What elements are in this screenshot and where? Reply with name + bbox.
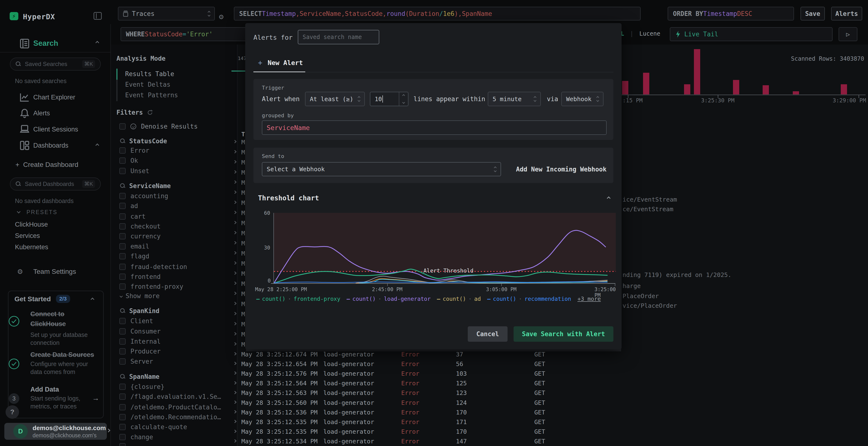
analysis-mode-event-patterns[interactable]: Event Patterns — [125, 92, 178, 99]
filter-checkbox[interactable] — [119, 328, 126, 335]
source-select[interactable]: Traces — [118, 7, 215, 21]
table-row[interactable]: May 28 3:25:12.535 PM load-generator Err… — [238, 427, 868, 437]
filter-checkbox[interactable] — [119, 274, 126, 280]
saved-dashboards-input[interactable]: Saved Dashboards ⌘K — [10, 177, 101, 191]
filter-checkbox[interactable] — [119, 434, 126, 440]
add-webhook-button[interactable]: Add New Incoming Webhook — [516, 166, 607, 173]
number-stepper[interactable] — [399, 92, 408, 106]
filter-group-servicename[interactable]: ServiceName — [120, 182, 171, 190]
filter-checkbox[interactable] — [119, 393, 126, 400]
denoise-checkbox[interactable] — [119, 123, 126, 130]
filter-option[interactable]: flagd — [119, 252, 149, 260]
chart-collapse-icon[interactable] — [607, 197, 611, 200]
select-query-input[interactable]: SELECT Timestamp,ServiceName,StatusCode,… — [234, 7, 641, 21]
filter-checkbox[interactable] — [119, 443, 126, 446]
filter-option[interactable]: Internal — [119, 338, 161, 345]
get-started-item-title[interactable]: Create Data Sources — [30, 351, 103, 358]
table-row[interactable]: May 28 3:25:12.534 PM load-generator Err… — [238, 437, 868, 446]
filter-checkbox[interactable] — [119, 223, 126, 230]
filter-checkbox[interactable] — [119, 203, 126, 209]
filter-checkbox[interactable] — [119, 253, 126, 260]
cancel-button[interactable]: Cancel — [468, 326, 507, 342]
live-tail-button[interactable]: Live Tail — [670, 27, 833, 41]
window-select[interactable]: 5 minute — [488, 92, 541, 106]
sidebar-item-search[interactable]: Search — [33, 39, 58, 48]
legend-item[interactable]: — count() · frontend-proxy — [256, 296, 340, 302]
table-row[interactable]: May 28 3:25:12.654 PM load-generator Err… — [238, 359, 868, 369]
threshold-value-input[interactable]: 10 — [370, 92, 408, 106]
filter-checkbox[interactable] — [119, 168, 126, 174]
denoise-results-option[interactable]: Denoise Results — [119, 123, 198, 130]
tab-new-alert[interactable]: + New Alert — [258, 59, 303, 67]
sidebar-item-client-sessions[interactable]: Client Sessions — [33, 126, 78, 133]
table-row[interactable]: May 28 3:25:12.536 PM load-generator Err… — [238, 408, 868, 417]
filter-checkbox[interactable] — [119, 283, 126, 290]
get-started-item-title[interactable]: Connect to ClickHouse — [30, 309, 93, 329]
filter-option[interactable]: fraud-detection — [119, 263, 187, 270]
table-row[interactable]: May 28 3:25:12.576 PM load-generator Err… — [238, 369, 868, 378]
help-button[interactable]: ? — [5, 405, 19, 419]
webhook-select[interactable]: Select a Webhook — [262, 162, 501, 176]
filter-option[interactable]: {closure} — [119, 383, 164, 390]
filter-checkbox[interactable] — [119, 358, 126, 365]
sidebar-item-chart-explorer[interactable]: Chart Explorer — [33, 94, 75, 101]
sidebar-item-alerts[interactable]: Alerts — [33, 110, 50, 117]
filter-checkbox[interactable] — [119, 233, 126, 239]
table-row[interactable]: May 28 3:25:12.563 PM load-generator Err… — [238, 388, 868, 398]
table-row[interactable]: May 28 3:25:12.564 PM load-generator Err… — [238, 379, 868, 388]
legend-more-button[interactable]: +3 more — [578, 296, 601, 302]
filter-group-statuscode[interactable]: StatusCode — [120, 138, 167, 145]
filter-option[interactable]: Client — [119, 317, 153, 324]
filter-option[interactable]: email — [119, 243, 149, 250]
presets-label[interactable]: PRESETS — [27, 209, 57, 215]
sidebar-preset-clickhouse[interactable]: ClickHouse — [15, 221, 48, 228]
filter-group-spankind[interactable]: SpanKind — [120, 307, 159, 314]
gear-icon[interactable]: ⚙ — [219, 12, 223, 21]
filter-option[interactable]: frontend — [119, 273, 161, 280]
filter-option[interactable]: Consumer — [119, 328, 161, 335]
filter-checkbox[interactable] — [119, 338, 126, 345]
lucene-toggle[interactable]: Lucene — [640, 30, 660, 37]
filter-option[interactable]: currency — [119, 233, 161, 240]
filter-option[interactable]: cart — [119, 213, 146, 220]
filter-option[interactable]: checkout — [119, 223, 161, 230]
filter-checkbox[interactable] — [119, 414, 126, 420]
arrow-right-icon[interactable]: → — [92, 394, 99, 402]
saved-search-name-input[interactable]: Saved search name — [298, 30, 379, 44]
filter-option[interactable]: Server — [119, 358, 153, 365]
saved-searches-input[interactable]: Saved Searches ⌘K — [10, 58, 101, 71]
legend-item[interactable]: — count() · ad — [437, 296, 481, 302]
grouped-by-input[interactable]: ServiceName — [262, 121, 607, 135]
save-search-with-alert-button[interactable]: Save Search with Alert — [514, 326, 613, 342]
analysis-mode-results-table[interactable]: Results Table — [125, 70, 174, 77]
filter-option[interactable]: Error — [119, 147, 149, 154]
filter-checkbox[interactable] — [119, 243, 126, 249]
filter-checkbox[interactable] — [119, 318, 126, 324]
filter-option[interactable]: Ok — [119, 157, 138, 164]
sidebar-item-team-settings[interactable]: Team Settings — [33, 268, 76, 275]
table-row[interactable]: May 28 3:25:12.560 PM load-generator Err… — [238, 398, 868, 408]
channel-select[interactable]: Webhook — [561, 92, 603, 106]
filter-option[interactable]: calculate-quote — [119, 423, 187, 431]
filter-option[interactable]: ad — [119, 202, 138, 209]
alerts-button[interactable]: Alerts — [831, 7, 862, 21]
create-dashboard-button[interactable]: + Create Dashboard — [16, 161, 79, 169]
filter-option[interactable]: /flagd.evaluation.v1.Se… — [119, 393, 221, 400]
sidebar-collapse-icon[interactable] — [94, 12, 102, 20]
filter-option[interactable]: Producer — [119, 348, 161, 355]
filter-option[interactable]: /oteldemo.Recommendatio… — [119, 413, 221, 421]
save-button[interactable]: Save — [801, 7, 825, 21]
filter-option[interactable]: frontend-proxy — [119, 283, 183, 290]
sidebar-item-dashboards[interactable]: Dashboards — [33, 142, 68, 149]
refresh-icon[interactable] — [147, 109, 153, 115]
sidebar-preset-services[interactable]: Services — [15, 232, 40, 240]
filter-option[interactable]: accounting — [119, 193, 168, 200]
filter-checkbox[interactable] — [119, 264, 126, 270]
table-row[interactable]: May 28 3:25:12.535 PM load-generator Err… — [238, 417, 868, 427]
threshold-op-select[interactable]: At least (≥) — [305, 92, 365, 106]
order-by-input[interactable]: ORDER BY Timestamp DESC — [668, 7, 794, 21]
filter-option[interactable]: change — [119, 434, 153, 441]
filter-checkbox[interactable] — [119, 158, 126, 164]
legend-item[interactable]: — count() · recommendation — [487, 296, 571, 302]
filter-option[interactable]: /oteldemo.ProductCatalo… — [119, 404, 221, 411]
